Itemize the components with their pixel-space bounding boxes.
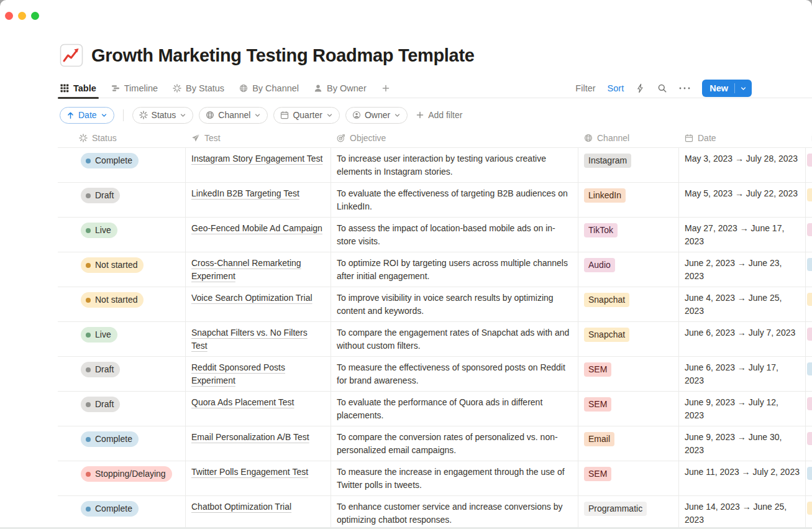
test-cell[interactable]: Cross-Channel Remarketing Experiment	[186, 252, 331, 287]
test-cell[interactable]: Instagram Story Engagement Test	[186, 148, 331, 182]
channel-cell[interactable]: SEM	[578, 461, 679, 495]
channel-cell[interactable]: LinkedIn	[578, 183, 679, 217]
test-link[interactable]: Quora Ads Placement Test	[191, 397, 294, 407]
test-link[interactable]: LinkedIn B2B Targeting Test	[191, 188, 299, 198]
test-link[interactable]: Geo-Fenced Mobile Ad Campaign	[191, 223, 322, 233]
objective-cell[interactable]: To assess the impact of location-based m…	[331, 218, 578, 252]
objective-cell[interactable]: To measure the increase in engagement th…	[331, 461, 578, 495]
test-cell[interactable]: Twitter Polls Engagement Test	[186, 461, 331, 495]
channel-cell[interactable]: Programmatic	[578, 496, 679, 529]
sort-pill-date[interactable]: Date	[60, 107, 114, 124]
objective-cell[interactable]: To evaluate the performance of Quora ads…	[331, 392, 578, 426]
test-link[interactable]: Chatbot Optimization Trial	[191, 502, 291, 512]
channel-cell[interactable]: Snapchat	[578, 322, 679, 356]
test-cell[interactable]: Email Personalization A/B Test	[186, 426, 331, 461]
test-link[interactable]: Voice Search Optimization Trial	[191, 293, 312, 303]
status-cell[interactable]: Not started	[58, 252, 186, 287]
date-cell[interactable]: May 3, 2023 → July 28, 2023	[679, 148, 806, 182]
ellipsis-icon[interactable]	[679, 86, 690, 90]
clipped-column-cell[interactable]	[806, 392, 812, 426]
column-header-objective[interactable]: Objective	[331, 129, 578, 147]
column-header-channel[interactable]: Channel	[578, 129, 679, 147]
new-dropdown-chevron-icon[interactable]	[735, 85, 752, 92]
clipped-column-cell[interactable]	[806, 426, 812, 461]
channel-cell[interactable]: Instagram	[578, 148, 679, 182]
clipped-column-cell[interactable]	[806, 496, 812, 529]
new-button[interactable]: New	[702, 83, 734, 93]
channel-cell[interactable]: Audio	[578, 252, 679, 287]
test-cell[interactable]: LinkedIn B2B Targeting Test	[186, 183, 331, 217]
date-cell[interactable]: June 11, 2023 → July 2, 2023	[679, 461, 806, 495]
test-link[interactable]: Reddit Sponsored Posts Experiment	[191, 362, 285, 385]
date-cell[interactable]: June 14, 2023 → June 25, 2023	[679, 496, 806, 529]
date-cell[interactable]: June 2, 2023 → June 23, 2023	[679, 252, 806, 287]
status-cell[interactable]: Complete	[58, 148, 186, 182]
add-view-button[interactable]	[381, 84, 390, 93]
date-cell[interactable]: June 6, 2023 → July 17, 2023	[679, 357, 806, 391]
clipped-column-cell[interactable]	[806, 252, 812, 287]
page-title[interactable]: Growth Marketing Testing Roadmap Templat…	[91, 45, 475, 66]
close-window-button[interactable]	[5, 12, 13, 20]
test-cell[interactable]: Geo-Fenced Mobile Ad Campaign	[186, 218, 331, 252]
channel-cell[interactable]: Email	[578, 426, 679, 461]
clipped-column-cell[interactable]	[806, 287, 812, 321]
chart-increasing-icon[interactable]	[60, 44, 83, 67]
date-cell[interactable]: June 6, 2023 → July 7, 2023	[679, 322, 806, 356]
test-cell[interactable]: Voice Search Optimization Trial	[186, 287, 331, 321]
column-header-date[interactable]: Date	[679, 129, 806, 147]
clipped-column-cell[interactable]	[806, 322, 812, 356]
date-cell[interactable]: June 9, 2023 → June 30, 2023	[679, 426, 806, 461]
column-header-clipped[interactable]	[806, 129, 812, 147]
date-cell[interactable]: June 4, 2023 → June 25, 2023	[679, 287, 806, 321]
clipped-column-cell[interactable]	[806, 461, 812, 495]
minimize-window-button[interactable]	[18, 12, 26, 20]
tab-table[interactable]: Table	[60, 83, 96, 93]
clipped-column-cell[interactable]	[806, 357, 812, 391]
channel-cell[interactable]: TikTok	[578, 218, 679, 252]
test-link[interactable]: Email Personalization A/B Test	[191, 432, 309, 442]
objective-cell[interactable]: To increase user interaction by testing …	[331, 148, 578, 182]
objective-cell[interactable]: To evaluate the effectiveness of targeti…	[331, 183, 578, 217]
test-link[interactable]: Cross-Channel Remarketing Experiment	[191, 258, 301, 281]
tab-timeline[interactable]: Timeline	[111, 83, 158, 93]
expand-window-button[interactable]	[31, 12, 39, 20]
test-cell[interactable]: Chatbot Optimization Trial	[186, 496, 331, 529]
tab-by-status[interactable]: By Status	[173, 83, 224, 93]
status-cell[interactable]: Draft	[58, 183, 186, 217]
bolt-icon[interactable]	[636, 83, 645, 93]
test-link[interactable]: Snapchat Filters vs. No Filters Test	[191, 328, 308, 351]
add-filter-button[interactable]: Add filter	[416, 110, 462, 120]
objective-cell[interactable]: To compare the conversion rates of perso…	[331, 426, 578, 461]
test-link[interactable]: Twitter Polls Engagement Test	[191, 467, 308, 477]
objective-cell[interactable]: To measure the effectiveness of sponsore…	[331, 357, 578, 391]
status-cell[interactable]: Stopping/Delaying	[58, 461, 186, 495]
objective-cell[interactable]: To compare the engagement rates of Snapc…	[331, 322, 578, 356]
objective-cell[interactable]: To optimize ROI by targeting users acros…	[331, 252, 578, 287]
status-cell[interactable]: Draft	[58, 357, 186, 391]
test-cell[interactable]: Snapchat Filters vs. No Filters Test	[186, 322, 331, 356]
test-cell[interactable]: Quora Ads Placement Test	[186, 392, 331, 426]
search-icon[interactable]	[657, 83, 667, 93]
filter-button[interactable]: Filter	[575, 83, 595, 93]
date-cell[interactable]: May 5, 2023 → July 22, 2023	[679, 183, 806, 217]
status-cell[interactable]: Not started	[58, 287, 186, 321]
tab-by-owner[interactable]: By Owner	[314, 83, 367, 93]
filter-pill-owner[interactable]: Owner	[345, 107, 408, 124]
status-cell[interactable]: Live	[58, 322, 186, 356]
filter-pill-quarter[interactable]: Quarter	[273, 107, 339, 124]
channel-cell[interactable]: Snapchat	[578, 287, 679, 321]
filter-pill-channel[interactable]: Channel	[199, 107, 268, 124]
objective-cell[interactable]: To improve visibility in voice search re…	[331, 287, 578, 321]
clipped-column-cell[interactable]	[806, 218, 812, 252]
test-cell[interactable]: Reddit Sponsored Posts Experiment	[186, 357, 331, 391]
status-cell[interactable]: Complete	[58, 496, 186, 529]
sort-button[interactable]: Sort	[608, 83, 624, 93]
clipped-column-cell[interactable]	[806, 183, 812, 217]
date-cell[interactable]: June 9, 2023 → July 12, 2023	[679, 392, 806, 426]
tab-by-channel[interactable]: By Channel	[239, 83, 299, 93]
channel-cell[interactable]: SEM	[578, 357, 679, 391]
status-cell[interactable]: Live	[58, 218, 186, 252]
status-cell[interactable]: Complete	[58, 426, 186, 461]
status-cell[interactable]: Draft	[58, 392, 186, 426]
objective-cell[interactable]: To enhance customer service and increase…	[331, 496, 578, 529]
